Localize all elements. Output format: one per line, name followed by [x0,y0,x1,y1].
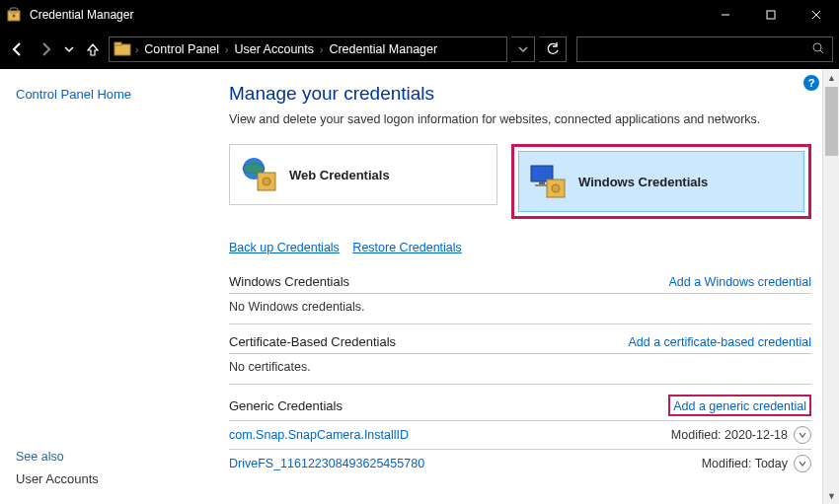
expand-button[interactable] [794,426,811,444]
scrollbar[interactable]: ▲ ▼ [822,69,839,504]
back-button[interactable] [6,37,30,61]
highlighted-selection: Windows Credentials [511,144,811,219]
web-credentials-tile[interactable]: Web Credentials [229,144,497,205]
add-generic-credential-link[interactable]: Add a generic credential [673,399,806,413]
up-button[interactable] [81,37,105,61]
globe-vault-icon [240,155,279,194]
folder-icon [114,40,131,58]
content-area: Control Panel Home See also User Account… [0,69,839,504]
credential-name: DriveFS_116122308493625455780 [229,457,424,470]
tile-label: Web Credentials [289,168,390,182]
credential-modified: Modified: Today [702,457,788,470]
section-header-windows: Windows Credentials Add a Windows creden… [229,274,811,294]
scroll-up-button[interactable]: ▲ [823,69,839,86]
chevron-right-icon: › [320,44,323,55]
credential-modified: Modified: 2020-12-18 [671,428,788,442]
navigation-bar: › Control Panel › User Accounts › Creden… [0,30,839,69]
svg-rect-7 [114,44,130,55]
minimize-button[interactable] [703,0,748,30]
app-icon [6,7,22,23]
add-certificate-credential-link[interactable]: Add a certificate-based credential [628,335,811,349]
help-icon[interactable]: ? [803,75,819,91]
svg-point-14 [263,178,270,185]
section-header-generic: Generic Credentials Add a generic creden… [229,395,811,421]
scroll-thumb[interactable] [825,87,838,156]
monitor-vault-icon [529,162,569,201]
section-header-certificate: Certificate-Based Credentials Add a cert… [229,334,811,354]
section-title: Certificate-Based Credentials [229,334,396,349]
svg-point-9 [813,43,821,51]
credential-name: com.Snap.SnapCamera.InstallID [229,428,409,442]
close-button[interactable] [794,0,839,30]
breadcrumb-item[interactable]: Control Panel [142,42,221,56]
credential-row[interactable]: com.Snap.SnapCamera.InstallID Modified: … [229,421,811,450]
recent-locations-button[interactable] [61,37,77,61]
search-icon [812,42,824,57]
highlighted-add-link: Add a generic credential [668,395,811,416]
restore-credentials-link[interactable]: Restore Credentials [352,241,461,254]
backup-credentials-link[interactable]: Back up Credentials [229,241,340,254]
see-also-user-accounts-link[interactable]: User Accounts [16,471,191,486]
windows-credentials-tile[interactable]: Windows Credentials [518,151,804,212]
section-title: Windows Credentials [229,274,349,289]
see-also-label: See also [16,450,191,464]
address-bar[interactable]: › Control Panel › User Accounts › Creden… [109,36,507,62]
window-titlebar: Credential Manager [0,0,839,30]
tile-label: Windows Credentials [578,175,708,189]
section-title: Generic Credentials [229,398,343,413]
add-windows-credential-link[interactable]: Add a Windows credential [668,275,811,289]
svg-rect-16 [539,181,545,184]
section-empty-text: No certificates. [229,354,811,385]
search-box[interactable] [576,36,833,62]
control-panel-home-link[interactable]: Control Panel Home [16,87,191,102]
scroll-down-button[interactable]: ▼ [823,487,839,504]
breadcrumb-item[interactable]: User Accounts [232,42,316,56]
page-heading: Manage your credentials [229,83,811,105]
chevron-right-icon: › [135,44,138,55]
refresh-button[interactable] [539,36,567,62]
forward-button[interactable] [34,37,57,61]
credential-actions: Back up Credentials Restore Credentials [229,241,811,254]
svg-rect-8 [114,42,121,45]
expand-button[interactable] [794,455,811,472]
svg-line-10 [820,50,823,53]
credential-row[interactable]: DriveFS_116122308493625455780 Modified: … [229,450,811,477]
svg-point-19 [552,184,560,192]
section-empty-text: No Windows credentials. [229,294,811,324]
main-panel: ? Manage your credentials View and delet… [207,69,839,504]
page-subtitle: View and delete your saved logon informa… [229,112,811,126]
maximize-button[interactable] [748,0,794,30]
sidebar: Control Panel Home See also User Account… [0,69,207,504]
svg-rect-4 [767,11,775,19]
window-title: Credential Manager [28,8,703,22]
address-dropdown-button[interactable] [511,36,535,62]
breadcrumb-item[interactable]: Credential Manager [327,42,439,56]
chevron-right-icon: › [225,44,228,55]
svg-point-2 [13,15,16,18]
